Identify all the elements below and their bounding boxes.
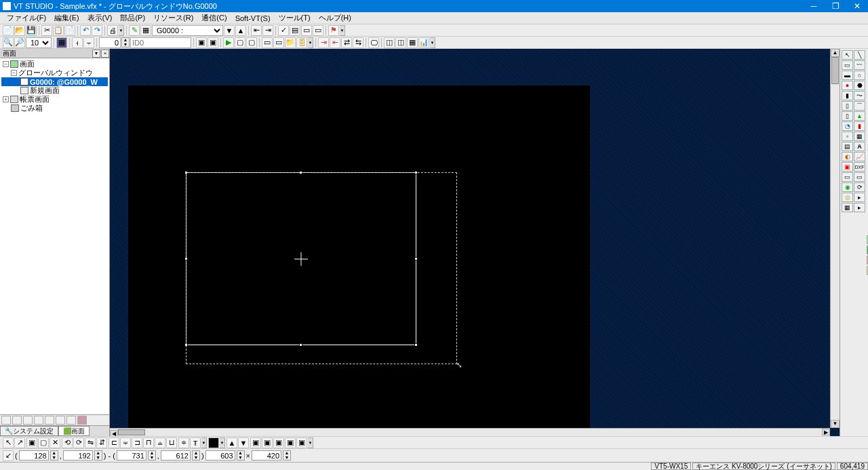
ref-b-button[interactable]: ▣: [208, 37, 218, 48]
db-button[interactable]: 🗄: [296, 37, 307, 48]
chart-dropdown[interactable]: ▼: [430, 37, 435, 48]
coord-x1[interactable]: [19, 450, 49, 461]
bt-delete[interactable]: ✕: [50, 437, 60, 448]
close-button[interactable]: ✕: [846, 0, 868, 12]
mini-btn-6[interactable]: [56, 416, 65, 425]
dev-a-button[interactable]: ◫: [384, 37, 395, 48]
bt-zoom-dropdown[interactable]: ▼: [308, 437, 313, 448]
coord-x2[interactable]: [117, 450, 146, 461]
tool-3d[interactable]: ◉: [842, 182, 853, 192]
tool-curve[interactable]: 〜: [854, 91, 865, 100]
maximize-button[interactable]: ❐: [825, 0, 846, 12]
menu-resource[interactable]: リソース(R): [149, 13, 197, 23]
panel-close-button[interactable]: ×: [101, 50, 109, 58]
tool-switch[interactable]: ▮: [842, 91, 853, 100]
coord-y2[interactable]: [161, 450, 191, 461]
db-dropdown[interactable]: ▼: [308, 37, 313, 48]
bt-distribute-v[interactable]: ⫪: [190, 437, 201, 448]
coord-h[interactable]: [252, 450, 281, 461]
number-spinner[interactable]: ▲▼: [121, 37, 130, 47]
screen-selector[interactable]: G0000 :: [152, 25, 223, 36]
tag-a-button[interactable]: ▭: [262, 37, 273, 48]
mini-btn-3[interactable]: [23, 416, 33, 425]
tree-item-new-screen[interactable]: 新規画面: [1, 86, 108, 95]
sim-button[interactable]: ▭: [301, 25, 312, 36]
mini-btn-5[interactable]: [45, 416, 54, 425]
scroll-up-button[interactable]: ▲: [831, 49, 840, 57]
new-button[interactable]: 📄: [3, 25, 14, 36]
design-canvas[interactable]: ↔ ▲ ▼ ◀ ▶: [110, 49, 840, 436]
hscroll-thumb[interactable]: [118, 429, 145, 435]
minimize-button[interactable]: ─: [803, 0, 825, 12]
menu-tool[interactable]: ツール(T): [275, 13, 315, 23]
tree-root-reports[interactable]: +帳票画面: [1, 95, 108, 104]
tool-more2[interactable]: ▸: [854, 203, 865, 212]
tool-small[interactable]: ▫: [842, 132, 853, 141]
tool-pointer[interactable]: ↖: [842, 50, 853, 60]
tool-alarm[interactable]: ▣: [842, 162, 853, 172]
menu-help[interactable]: ヘルプ(H): [315, 13, 355, 23]
tree-node-global-window[interactable]: −グローバルウィンドウ: [1, 68, 108, 77]
tool-text[interactable]: ▯: [842, 111, 853, 121]
tab-system-settings[interactable]: 🔧システム設定: [0, 426, 58, 436]
bt-order-front[interactable]: ▲: [226, 437, 237, 448]
tool-line[interactable]: ╲: [854, 50, 865, 60]
dev-b-button[interactable]: ◫: [395, 37, 406, 48]
tool-bar[interactable]: ▮: [854, 121, 865, 131]
bt-rotate-r[interactable]: ⟳: [73, 437, 84, 448]
check-button[interactable]: ✓: [278, 25, 289, 36]
bt-flip-v[interactable]: ⇵: [96, 437, 107, 448]
bt-group[interactable]: ▣: [26, 437, 37, 448]
vscroll-thumb[interactable]: [831, 57, 839, 84]
bt-select[interactable]: ↖: [3, 437, 14, 448]
menu-softvt[interactable]: Soft-VT(S): [231, 14, 275, 22]
tab-screens[interactable]: 🟩画面: [58, 426, 90, 436]
coord-w[interactable]: [205, 450, 235, 461]
bt-color[interactable]: [208, 437, 219, 448]
zoom-combo[interactable]: 100%: [26, 37, 52, 48]
scroll-left-button[interactable]: ◀: [110, 430, 118, 436]
bt-zoom-c[interactable]: ▣: [273, 437, 284, 448]
cut-button[interactable]: ✂: [41, 25, 52, 36]
bt-align-b[interactable]: ⊔: [166, 437, 177, 448]
screen-page[interactable]: ↔: [128, 85, 590, 433]
ref-a-button[interactable]: ▣: [196, 37, 207, 48]
transfer-c-button[interactable]: ⇄: [341, 37, 352, 48]
nav-down-button[interactable]: ▼: [224, 25, 235, 36]
bt-zoom-b[interactable]: ▣: [262, 437, 273, 448]
monitor-button[interactable]: 🖵: [368, 37, 379, 48]
menu-comm[interactable]: 通信(C): [197, 13, 231, 23]
horizontal-scrollbar[interactable]: ◀ ▶: [110, 428, 830, 436]
nav-forward-button[interactable]: ⇥: [262, 25, 273, 36]
tool-convert[interactable]: ⟳: [854, 182, 865, 192]
number-input[interactable]: [99, 37, 121, 48]
y2-spinner[interactable]: ▲▼: [192, 450, 200, 461]
menu-file[interactable]: ファイル(F): [3, 13, 50, 23]
print-button[interactable]: 🖨: [107, 25, 118, 36]
tool-btn2[interactable]: ◎: [842, 193, 853, 202]
flag-button[interactable]: ⚑: [328, 25, 339, 36]
tool-fill-rect[interactable]: ▬: [842, 71, 853, 80]
id-input[interactable]: [130, 37, 191, 48]
bt-align-c[interactable]: ⫧: [120, 437, 131, 448]
coord-mode-button[interactable]: ↙: [3, 450, 14, 461]
vertical-scrollbar[interactable]: ▲ ▼: [830, 49, 840, 428]
copy-button[interactable]: 📋: [53, 25, 64, 36]
bt-node[interactable]: ↗: [14, 437, 25, 448]
grid-toggle[interactable]: ▦: [56, 37, 67, 48]
chart-button[interactable]: 📊: [418, 37, 429, 48]
mini-btn-2[interactable]: [12, 416, 22, 425]
redo-button[interactable]: ↷: [92, 25, 102, 36]
w-spinner[interactable]: ▲▼: [237, 450, 245, 461]
tool-misc[interactable]: ▦: [842, 203, 853, 212]
nav-up-button[interactable]: ▲: [235, 25, 246, 36]
tool-grid[interactable]: ▦: [854, 132, 865, 141]
tool-more[interactable]: ▸: [854, 193, 865, 202]
bt-align-r[interactable]: ⊐: [132, 437, 142, 448]
bt-ungroup[interactable]: ▢: [38, 437, 49, 448]
tool-group[interactable]: ▭: [854, 172, 865, 182]
tool-dxf[interactable]: DXF: [854, 162, 865, 172]
transfer-a-button[interactable]: ⇥: [318, 37, 329, 48]
print-dropdown[interactable]: ▼: [119, 25, 124, 36]
bt-align-m[interactable]: ⫨: [155, 437, 165, 448]
